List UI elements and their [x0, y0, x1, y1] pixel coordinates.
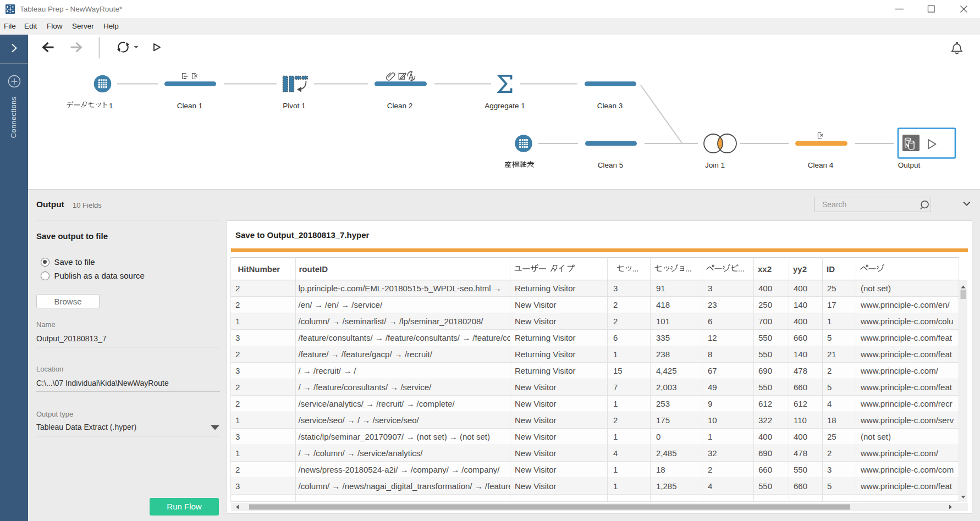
svg-text:Aggregate 1: Aggregate 1: [485, 102, 525, 110]
svg-text:Join 1: Join 1: [705, 161, 725, 169]
svg-text:Clean 2: Clean 2: [387, 102, 413, 110]
svg-text:Clean 4: Clean 4: [808, 161, 834, 169]
svg-text:Clean 1: Clean 1: [177, 102, 203, 110]
svg-text:Pivot 1: Pivot 1: [283, 102, 305, 110]
svg-text:1: 1: [109, 102, 113, 110]
svg-text:Output: Output: [898, 161, 921, 169]
svg-text:Clean 5: Clean 5: [598, 161, 624, 169]
svg-text:Clean 3: Clean 3: [597, 102, 623, 110]
